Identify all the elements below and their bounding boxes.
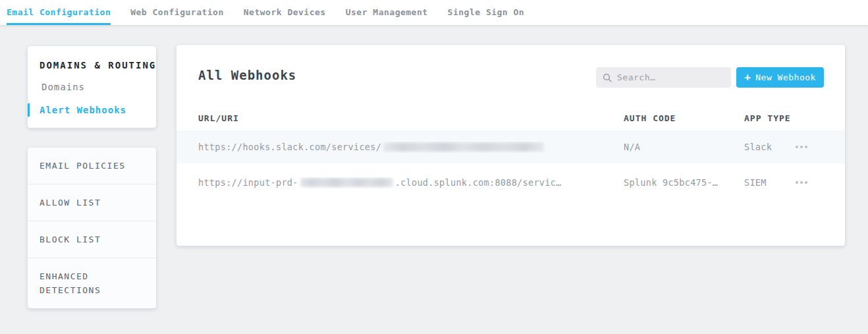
auth-code-cell: Splunk 9c5bc475-… — [624, 177, 744, 188]
column-header-app-type: APP TYPE — [744, 113, 794, 123]
sidebar-item-alert-webhooks[interactable]: Alert Webhooks — [28, 103, 156, 117]
tab-network-devices[interactable]: Network Devices — [244, 0, 326, 25]
redacted-url-segment — [383, 142, 544, 152]
webhook-url-cell: https://hooks.slack.com/services/ — [198, 142, 624, 153]
sidebar-item-domains[interactable]: Domains — [28, 80, 156, 94]
tab-web-configuration[interactable]: Web Configuration — [130, 0, 224, 25]
domains-routing-card: DOMAINS & ROUTING Domains Alert Webhooks — [28, 46, 156, 128]
sidebar-item-allow-list[interactable]: ALLOW LIST — [28, 184, 156, 221]
new-webhook-label: New Webhook — [755, 72, 816, 82]
plus-icon: + — [744, 72, 751, 83]
search-input[interactable] — [617, 72, 724, 82]
app-type-cell: Slack — [744, 142, 794, 152]
app-type-cell: SIEM — [744, 177, 794, 188]
sidebar-item-email-policies[interactable]: EMAIL POLICIES — [28, 148, 156, 184]
sidebar-item-enhanced-detections[interactable]: ENHANCED DETECTIONS — [28, 258, 156, 308]
new-webhook-button[interactable]: + New Webhook — [736, 67, 824, 88]
table-row[interactable]: https://input-prd-.cloud.splunk.com:8088… — [176, 163, 845, 202]
row-menu-icon[interactable] — [794, 143, 823, 151]
sections-card: EMAIL POLICIES ALLOW LIST BLOCK LIST ENH… — [28, 148, 156, 308]
table-row[interactable]: https://hooks.slack.com/services/ N/A Sl… — [176, 130, 845, 163]
webhooks-table: URL/URI AUTH CODE APP TYPE https://hooks… — [198, 105, 823, 202]
search-box[interactable] — [596, 67, 731, 88]
domains-routing-title: DOMAINS & ROUTING — [28, 46, 156, 70]
all-webhooks-panel: All Webhooks + New Webhook URL/URI AUTH … — [176, 45, 845, 246]
search-icon — [603, 73, 612, 82]
tab-single-sign-on[interactable]: Single Sign On — [448, 0, 525, 25]
top-nav: Email Configuration Web Configuration Ne… — [0, 0, 868, 25]
tab-user-management[interactable]: User Management — [346, 0, 428, 25]
table-header-row: URL/URI AUTH CODE APP TYPE — [198, 105, 823, 130]
redacted-url-segment — [300, 178, 393, 187]
sidebar-item-block-list[interactable]: BLOCK LIST — [28, 221, 156, 258]
tab-email-configuration[interactable]: Email Configuration — [7, 0, 111, 25]
column-header-auth-code: AUTH CODE — [624, 113, 744, 123]
webhook-url-cell: https://input-prd-.cloud.splunk.com:8088… — [198, 177, 624, 188]
row-menu-icon[interactable] — [794, 179, 823, 186]
auth-code-cell: N/A — [624, 142, 744, 152]
column-header-url: URL/URI — [198, 113, 624, 123]
page-title: All Webhooks — [198, 68, 296, 82]
